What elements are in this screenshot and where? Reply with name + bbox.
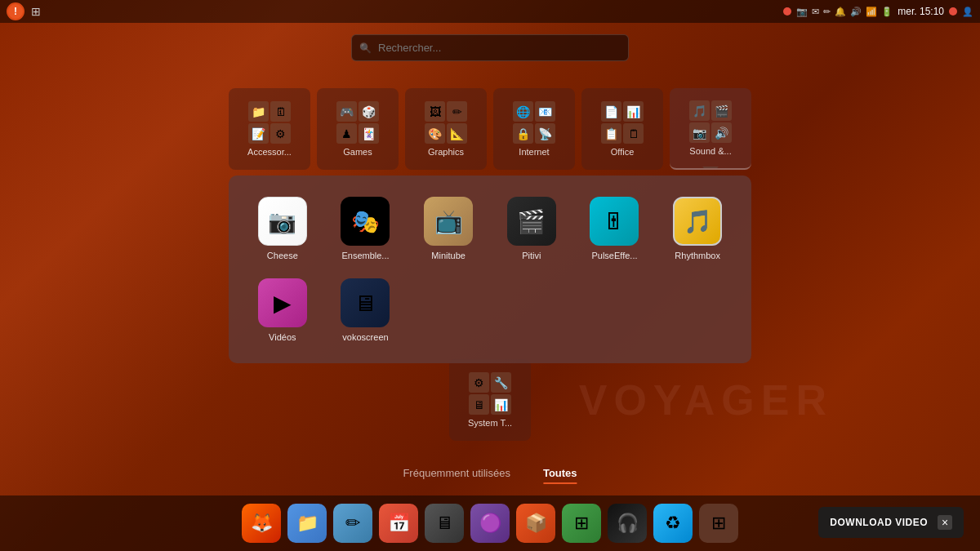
dock-item-beats[interactable]: 🎧 [608, 504, 647, 543]
category-icon: 🔒 [513, 123, 533, 144]
category-arrow [702, 167, 719, 170]
categories-row: 📁🗓📝⚙Accessor...🎮🎲♟🃏Games🖼✏🎨📐Graphics🌐📧🔒📡… [229, 88, 751, 170]
category-icon: 📝 [248, 123, 269, 144]
category-icon: 📷 [689, 122, 710, 143]
notify-icon: 🔔 [835, 7, 846, 17]
dock-item-calendar[interactable]: 📅 [379, 504, 418, 543]
grid-icon[interactable]: ⊞ [31, 5, 41, 18]
ubuntu-logo-icon: ! [14, 6, 17, 17]
dock-item-grid[interactable]: ⊞ [699, 504, 738, 543]
category-icon: 📁 [248, 101, 269, 122]
clock: mer. 15:10 [898, 6, 944, 17]
dock-item-screen[interactable]: 🖥 [425, 504, 464, 543]
app-label-vokoscreen: vokoscreen [342, 332, 388, 342]
app-icon-pitivi: 🎬 [507, 197, 556, 246]
search-icon: 🔍 [359, 42, 372, 54]
dock-item-firefox[interactable]: 🦊 [242, 504, 281, 543]
app-label-pitivi: Pitivi [522, 251, 541, 260]
category-icon: 📊 [491, 394, 511, 415]
category-icon: 🗒 [623, 123, 644, 144]
app-label-videos: Vidéos [269, 332, 296, 342]
category-item-internet[interactable]: 🌐📧🔒📡Internet [493, 88, 575, 170]
category-icon: 🎬 [711, 100, 732, 121]
volume-icon: 🔊 [850, 7, 862, 17]
app-label-ensemble: Ensemble... [341, 251, 389, 260]
category-icon: ⚙ [270, 123, 291, 144]
category-icon: ♟ [336, 123, 357, 144]
dock-item-backup[interactable]: ♻ [653, 504, 693, 543]
app-item-pulseeffects[interactable]: 🎚PulseEffe... [577, 192, 653, 265]
app-item-rhythmbox[interactable]: 🎵Rhythmbox [660, 192, 735, 265]
search-input[interactable] [351, 34, 629, 61]
bottom-tabs: Fréquemment utiliséesToutes [403, 467, 577, 484]
download-banner: DOWNLOAD VIDEO × [818, 507, 964, 538]
status-icons: 📷 ✉ ✏ 🔔 🔊 📶 🔋 [796, 7, 893, 17]
category-label: Accessor... [247, 147, 292, 157]
category-label: System T... [468, 418, 512, 428]
app-label-pulseeffects: PulseEffe... [591, 251, 637, 260]
app-label-cheese: Cheese [267, 251, 298, 260]
dock-item-budgie[interactable]: 🟣 [470, 504, 510, 543]
dock-item-text-editor[interactable]: ✏ [333, 504, 372, 543]
user-icon[interactable]: 👤 [962, 7, 973, 17]
app-item-cheese[interactable]: 📷Cheese [245, 192, 320, 265]
app-label-minitube: Minitube [431, 251, 466, 260]
wifi-icon: 📶 [866, 7, 877, 17]
battery-icon: 🔋 [881, 7, 893, 17]
categories-row2: ⚙🔧🖥📊System T... [449, 359, 531, 441]
category-item-system[interactable]: ⚙🔧🖥📊System T... [449, 359, 531, 441]
category-label: Sound &... [689, 146, 731, 156]
category-icon: 🎵 [689, 100, 710, 121]
dock-item-software[interactable]: 📦 [516, 504, 555, 543]
app-icon-vokoscreen: 🖥 [341, 278, 390, 327]
app-icon-pulseeffects: 🎚 [590, 197, 639, 246]
category-icon: 🖥 [469, 394, 489, 415]
category-icon: ✏ [447, 101, 467, 122]
category-icon: 🗓 [270, 101, 291, 122]
category-icon: 🔧 [491, 372, 511, 393]
category-item-graphics[interactable]: 🖼✏🎨📐Graphics [405, 88, 487, 170]
user-status-dot [949, 7, 957, 16]
category-item-sound[interactable]: 🎵🎬📷🔊Sound &... [670, 88, 751, 170]
category-icon: 🔊 [711, 122, 732, 143]
top-left-area: ! ⊞ [7, 2, 41, 20]
app-item-ensemble[interactable]: 🎭Ensemble... [328, 192, 403, 265]
edit-icon: ✏ [823, 7, 831, 17]
tab-frequent[interactable]: Fréquemment utilisées [403, 467, 510, 484]
category-label: Graphics [428, 147, 464, 157]
category-icon: 🎨 [425, 123, 445, 144]
app-item-pitivi[interactable]: 🎬Pitivi [494, 192, 569, 265]
category-icon: ⚙ [469, 372, 489, 393]
top-right-area: 📷 ✉ ✏ 🔔 🔊 📶 🔋 mer. 15:10 👤 [783, 6, 973, 17]
watermark: VOYAGER [579, 375, 833, 424]
search-container: 🔍 [351, 34, 629, 61]
dock-item-files[interactable]: 📁 [287, 504, 327, 543]
category-icon: 🎲 [359, 101, 379, 122]
app-item-videos[interactable]: ▶Vidéos [245, 273, 320, 347]
app-item-vokoscreen[interactable]: 🖥vokoscreen [328, 273, 403, 347]
app-icon-videos: ▶ [258, 278, 307, 327]
download-text: DOWNLOAD VIDEO [830, 517, 928, 528]
category-icon: 📐 [447, 123, 467, 144]
category-icon: 🌐 [513, 101, 533, 122]
app-label-rhythmbox: Rhythmbox [675, 251, 720, 260]
download-close-button[interactable]: × [938, 515, 952, 530]
category-icon: 🃏 [359, 123, 379, 144]
ubuntu-logo[interactable]: ! [7, 2, 24, 20]
category-item-office[interactable]: 📄📊📋🗒Office [581, 88, 663, 170]
category-icon: 📋 [601, 123, 621, 144]
category-icon: 🖼 [425, 101, 445, 122]
tab-all[interactable]: Toutes [543, 467, 577, 484]
app-icon-ensemble: 🎭 [341, 197, 390, 246]
app-item-minitube[interactable]: 📺Minitube [411, 192, 486, 265]
category-item-accessories[interactable]: 📁🗓📝⚙Accessor... [229, 88, 310, 170]
category-label: Games [343, 147, 372, 157]
top-panel: ! ⊞ 📷 ✉ ✏ 🔔 🔊 📶 🔋 mer. 15:10 👤 [0, 0, 980, 23]
category-label: Internet [519, 147, 549, 157]
category-item-games[interactable]: 🎮🎲♟🃏Games [317, 88, 399, 170]
category-icon: 📊 [623, 101, 644, 122]
notification-dot [783, 7, 791, 16]
category-icon: 📧 [535, 101, 555, 122]
dock-item-layout[interactable]: ⊞ [562, 504, 601, 543]
category-label: Office [611, 147, 635, 157]
